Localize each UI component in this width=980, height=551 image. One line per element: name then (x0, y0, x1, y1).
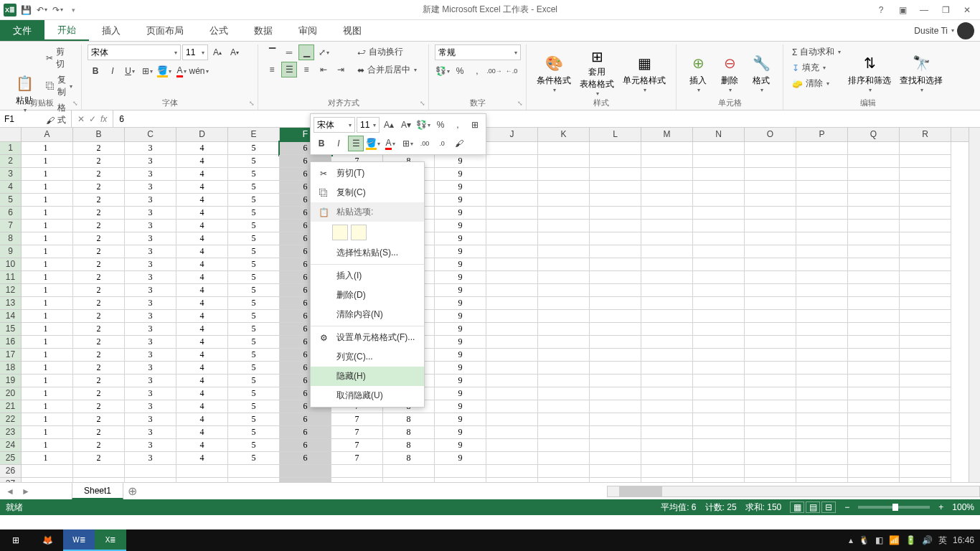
cell[interactable] (745, 375, 796, 387)
cell[interactable]: 2 (73, 439, 125, 452)
cell[interactable]: 7 (331, 439, 383, 452)
align-right-icon[interactable]: ≡ (298, 62, 314, 77)
cell[interactable] (900, 232, 951, 245)
cell[interactable] (745, 155, 796, 168)
cell[interactable] (590, 426, 641, 439)
cell[interactable] (486, 142, 538, 155)
mini-comma-icon[interactable]: , (450, 117, 466, 133)
cell[interactable] (641, 271, 693, 284)
cell[interactable] (590, 336, 641, 349)
mini-font-select[interactable]: 宋体▾ (314, 117, 355, 133)
cell[interactable] (486, 465, 538, 478)
col-header-N[interactable]: N (693, 128, 745, 141)
cut-button[interactable]: ✂剪切 (43, 44, 75, 72)
cell[interactable] (538, 362, 590, 375)
ctx-format-cells[interactable]: ⚙设置单元格格式(F)... (311, 328, 424, 347)
cell[interactable] (745, 220, 796, 232)
ctx-paste-special[interactable]: 选择性粘贴(S)... (311, 243, 424, 263)
cell[interactable] (641, 452, 693, 465)
cell[interactable] (641, 181, 693, 194)
cell[interactable]: 4 (176, 297, 228, 310)
cell[interactable] (590, 439, 641, 452)
row-header[interactable]: 15 (0, 323, 22, 336)
cell[interactable] (538, 297, 590, 310)
cell[interactable] (848, 426, 900, 439)
cell[interactable] (745, 232, 796, 245)
tray-app-icon[interactable]: ◧ (875, 535, 883, 545)
cell[interactable]: 9 (435, 284, 486, 297)
cell[interactable] (848, 194, 900, 207)
cell[interactable] (590, 142, 641, 155)
row-header[interactable]: 24 (0, 439, 22, 452)
cell[interactable] (641, 245, 693, 258)
cell[interactable] (848, 284, 900, 297)
cell[interactable] (900, 181, 951, 194)
cell[interactable] (693, 207, 745, 220)
cell[interactable] (900, 323, 951, 336)
cell[interactable]: 4 (176, 336, 228, 349)
cell[interactable] (641, 439, 693, 452)
cell[interactable] (590, 284, 641, 297)
cell[interactable] (745, 478, 796, 482)
cell[interactable]: 4 (176, 142, 228, 155)
cell[interactable] (538, 413, 590, 426)
indent-dec-icon[interactable]: ⇤ (316, 62, 331, 77)
mini-align-center-icon[interactable]: ☰ (348, 136, 364, 151)
user-area[interactable]: Dusite Ti▾ (914, 20, 980, 41)
vertical-scrollbar[interactable] (969, 128, 980, 482)
cell[interactable] (538, 336, 590, 349)
qat-customize-icon[interactable]: ▾ (66, 3, 80, 17)
cell[interactable]: 3 (125, 336, 176, 349)
cell[interactable] (745, 271, 796, 284)
cell[interactable] (848, 232, 900, 245)
cell[interactable] (693, 258, 745, 271)
tray-overflow-icon[interactable]: ▴ (849, 535, 853, 545)
close-icon[interactable]: ✕ (960, 3, 974, 17)
cell[interactable] (796, 349, 848, 362)
cell[interactable] (848, 375, 900, 387)
cell[interactable] (486, 362, 538, 375)
cell[interactable] (745, 310, 796, 323)
cell[interactable] (900, 478, 951, 482)
word-icon[interactable]: W≣ (63, 529, 95, 551)
cell[interactable] (796, 258, 848, 271)
cell[interactable] (900, 207, 951, 220)
cell[interactable] (331, 465, 383, 478)
cell[interactable]: 5 (228, 194, 280, 207)
bold-button[interactable]: B (88, 63, 103, 79)
cell[interactable] (590, 387, 641, 400)
cell[interactable] (693, 465, 745, 478)
cell[interactable]: 5 (228, 258, 280, 271)
row-header[interactable]: 7 (0, 220, 22, 232)
align-top-icon[interactable]: ▔ (264, 44, 280, 60)
cell[interactable] (796, 362, 848, 375)
cell[interactable]: 4 (176, 220, 228, 232)
cell[interactable]: 1 (22, 181, 73, 194)
cell[interactable] (848, 271, 900, 284)
cell[interactable]: 1 (22, 142, 73, 155)
cell[interactable]: 5 (228, 297, 280, 310)
cell[interactable] (486, 220, 538, 232)
cell[interactable] (693, 142, 745, 155)
cell[interactable]: 1 (22, 375, 73, 387)
cell[interactable] (641, 465, 693, 478)
cell[interactable]: 4 (176, 375, 228, 387)
cell[interactable] (538, 168, 590, 181)
cell[interactable] (900, 413, 951, 426)
cell[interactable] (641, 168, 693, 181)
cell[interactable]: 3 (125, 207, 176, 220)
fill-color-button[interactable]: 🪣▾ (156, 63, 172, 79)
cell[interactable] (900, 155, 951, 168)
cell[interactable] (486, 413, 538, 426)
clear-button[interactable]: 🧽清除▾ (789, 76, 844, 91)
cell[interactable] (848, 336, 900, 349)
cell[interactable]: 1 (22, 349, 73, 362)
row-header[interactable]: 20 (0, 387, 22, 400)
cell[interactable] (693, 478, 745, 482)
cell[interactable] (22, 465, 73, 478)
cell[interactable]: 2 (73, 297, 125, 310)
cell[interactable]: 1 (22, 155, 73, 168)
decrease-decimal-icon[interactable]: ←.0 (504, 63, 519, 79)
cell[interactable]: 3 (125, 181, 176, 194)
ctx-hide[interactable]: 隐藏(H) (311, 367, 424, 386)
